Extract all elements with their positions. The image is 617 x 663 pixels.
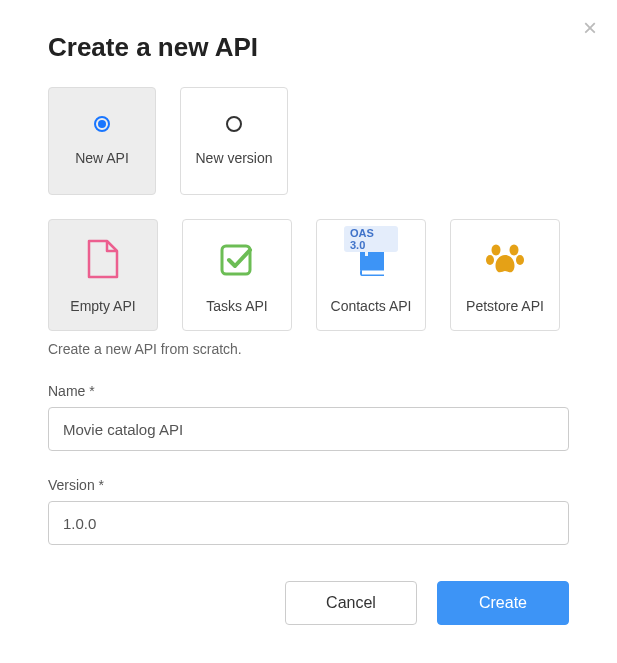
dialog-button-row: Cancel Create (48, 581, 569, 625)
template-label: Petstore API (466, 298, 544, 314)
template-label: Contacts API (331, 298, 412, 314)
name-input[interactable] (48, 407, 569, 451)
template-label: Tasks API (206, 298, 267, 314)
cancel-button[interactable]: Cancel (285, 581, 417, 625)
type-new-version-label: New version (195, 150, 272, 166)
template-selection-row: Empty API Tasks API OAS 3.0 Co (48, 219, 569, 331)
paw-icon (485, 220, 525, 298)
type-new-api[interactable]: New API (48, 87, 156, 195)
svg-point-6 (516, 255, 524, 265)
svg-point-4 (510, 245, 519, 256)
template-label: Empty API (70, 298, 135, 314)
template-description: Create a new API from scratch. (48, 341, 569, 357)
checkbox-icon (218, 220, 256, 298)
create-button[interactable]: Create (437, 581, 569, 625)
file-icon (86, 220, 120, 298)
template-petstore-api[interactable]: Petstore API (450, 219, 560, 331)
type-selection-row: New API New version (48, 87, 569, 195)
template-tasks-api[interactable]: Tasks API (182, 219, 292, 331)
name-field-label: Name * (48, 383, 569, 399)
svg-rect-1 (362, 271, 384, 275)
template-contacts-api[interactable]: OAS 3.0 Contacts API (316, 219, 426, 331)
template-empty-api[interactable]: Empty API (48, 219, 158, 331)
version-input[interactable] (48, 501, 569, 545)
create-api-dialog: × Create a new API New API New version E… (0, 0, 617, 645)
radio-icon (94, 116, 110, 132)
version-field-label: Version * (48, 477, 569, 493)
dialog-title: Create a new API (48, 32, 569, 63)
type-new-version[interactable]: New version (180, 87, 288, 195)
svg-rect-0 (222, 246, 250, 274)
svg-point-5 (486, 255, 494, 265)
svg-point-3 (492, 245, 501, 256)
oas-badge: OAS 3.0 (344, 226, 398, 252)
close-icon[interactable]: × (583, 16, 597, 40)
type-new-api-label: New API (75, 150, 129, 166)
radio-icon (226, 116, 242, 132)
